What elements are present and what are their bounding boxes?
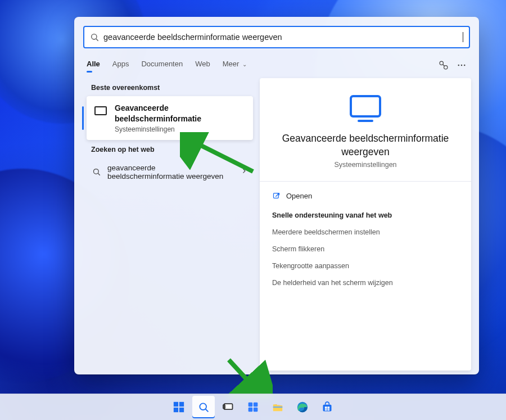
- svg-rect-29: [327, 407, 329, 409]
- svg-rect-31: [327, 409, 329, 411]
- divider: [260, 181, 471, 182]
- overflow-icon[interactable]: [457, 60, 467, 70]
- quick-help-heading: Snelle ondersteuning vanaf het web: [272, 211, 459, 219]
- svg-rect-13: [179, 402, 184, 407]
- quick-link[interactable]: De helderheid van het scherm wijzigen: [272, 274, 459, 291]
- search-icon: [92, 168, 101, 176]
- svg-rect-12: [174, 402, 178, 407]
- best-match-title-line1: Geavanceerde: [115, 103, 169, 112]
- svg-line-1: [96, 39, 98, 41]
- taskbar-edge-button[interactable]: [291, 396, 314, 418]
- detail-title: Geavanceerde beeldscherminformatie weerg…: [272, 132, 459, 159]
- monitor-large-icon: [350, 95, 381, 118]
- search-options-icon[interactable]: [439, 60, 449, 70]
- svg-point-5: [461, 64, 463, 66]
- taskbar: [0, 394, 506, 420]
- svg-line-17: [206, 409, 209, 412]
- svg-rect-27: [323, 405, 332, 412]
- taskbar-store-button[interactable]: [316, 396, 338, 418]
- taskbar-explorer-button[interactable]: [266, 396, 289, 418]
- tab-more-label: Meer: [223, 60, 240, 68]
- taskbar-start-button[interactable]: [168, 396, 190, 418]
- svg-line-8: [98, 174, 100, 175]
- desktop: Alle Apps Documenten Web Meer ⌄: [0, 0, 506, 420]
- tab-apps[interactable]: Apps: [112, 56, 129, 74]
- taskbar-widgets-button[interactable]: [242, 396, 264, 418]
- quick-link[interactable]: Tekengrootte aanpassen: [272, 258, 459, 274]
- monitor-icon: [94, 106, 107, 115]
- best-match-title-line2: beeldscherminformatie: [115, 114, 201, 123]
- svg-rect-15: [179, 408, 184, 412]
- tab-more[interactable]: Meer ⌄: [223, 56, 247, 74]
- tab-web[interactable]: Web: [195, 56, 210, 74]
- svg-rect-20: [223, 405, 225, 409]
- result-detail-panel: Geavanceerde beeldscherminformatie weerg…: [260, 78, 471, 371]
- search-icon: [90, 33, 99, 42]
- open-label: Openen: [286, 192, 312, 200]
- chevron-down-icon: ⌄: [242, 61, 247, 67]
- tab-all[interactable]: Alle: [87, 56, 100, 74]
- svg-rect-30: [325, 409, 327, 411]
- search-tabs: Alle Apps Documenten Web Meer ⌄: [74, 51, 479, 74]
- text-cursor: [463, 32, 463, 42]
- tab-documents[interactable]: Documenten: [141, 56, 183, 74]
- svg-point-16: [200, 403, 206, 410]
- best-match-label: Beste overeenkomst: [87, 78, 253, 96]
- web-result-line2: beeldscherminformatie weergeven: [107, 172, 223, 180]
- svg-rect-22: [254, 403, 258, 407]
- svg-point-4: [458, 64, 459, 66]
- web-result-line1: geavanceerde: [107, 164, 156, 172]
- svg-point-7: [94, 169, 99, 174]
- quick-link[interactable]: Meerdere beeldschermen instellen: [272, 224, 459, 241]
- search-bar[interactable]: [83, 26, 470, 48]
- svg-rect-25: [273, 407, 283, 408]
- svg-point-2: [440, 61, 443, 65]
- chevron-right-icon: [241, 168, 247, 176]
- open-action[interactable]: Openen: [272, 188, 459, 204]
- detail-subtitle: Systeeminstellingen: [272, 161, 459, 169]
- svg-rect-9: [274, 193, 279, 198]
- search-input[interactable]: [103, 33, 463, 42]
- best-match-result[interactable]: Geavanceerde beeldscherminformatie Syste…: [87, 96, 253, 140]
- web-search-result[interactable]: geavanceerde beeldscherminformatie weerg…: [87, 158, 253, 186]
- svg-point-6: [464, 64, 466, 66]
- svg-rect-21: [249, 403, 253, 407]
- svg-point-3: [444, 65, 448, 69]
- taskbar-search-button[interactable]: [192, 396, 215, 418]
- quick-link[interactable]: Scherm flikkeren: [272, 241, 459, 258]
- taskbar-taskview-button[interactable]: [217, 396, 240, 418]
- svg-rect-24: [254, 408, 258, 412]
- svg-rect-28: [325, 407, 327, 409]
- best-match-subtitle: Systeeminstellingen: [115, 125, 201, 133]
- svg-point-0: [92, 34, 97, 39]
- svg-rect-23: [249, 408, 253, 412]
- open-icon: [272, 192, 281, 200]
- search-flyout: Alle Apps Documenten Web Meer ⌄: [74, 17, 479, 374]
- svg-rect-14: [174, 408, 178, 412]
- search-web-label: Zoeken op het web: [87, 140, 253, 158]
